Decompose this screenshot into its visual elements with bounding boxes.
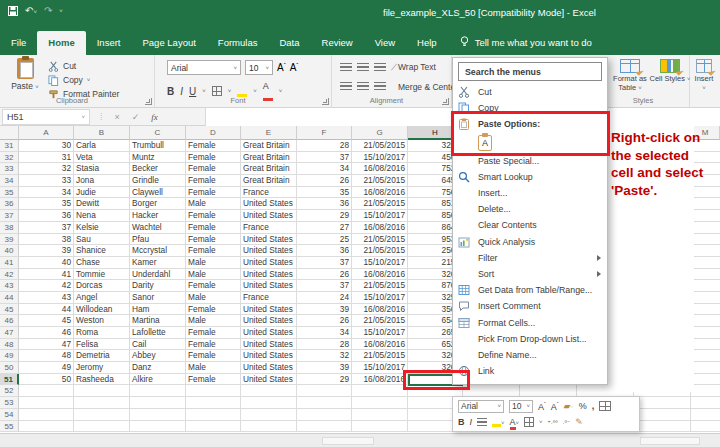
cell[interactable]: 42 (19, 280, 74, 292)
cell[interactable]: Weston (74, 315, 130, 327)
cell[interactable]: Female (186, 234, 241, 246)
menu-item[interactable]: Clear Contents (453, 217, 607, 233)
cell[interactable]: Demetria (74, 350, 130, 362)
menu-item[interactable]: Insert Comment (453, 298, 607, 314)
cell[interactable]: 29 (297, 374, 352, 386)
cell[interactable]: France (241, 222, 297, 234)
row-header[interactable]: 55 (0, 421, 19, 433)
italic-button[interactable]: I (180, 86, 183, 97)
menu-item[interactable]: Pick From Drop-down List... (453, 331, 607, 347)
cell[interactable]: 16/08/2016 (352, 163, 408, 175)
cell[interactable]: 21/05/2015 (352, 350, 408, 362)
cell[interactable]: 21/05/2015 (352, 198, 408, 210)
row-header[interactable]: 52 (0, 385, 19, 397)
cell[interactable]: Veta (74, 152, 130, 164)
cell[interactable] (691, 397, 720, 409)
cell[interactable]: United States (241, 210, 297, 222)
cell[interactable] (691, 409, 720, 421)
cell[interactable] (691, 339, 720, 351)
clipboard-dialog-launcher[interactable] (145, 98, 152, 105)
cell[interactable]: United States (241, 362, 297, 374)
cell[interactable] (297, 385, 352, 397)
cell[interactable]: 36 (297, 245, 352, 257)
align-top-icon[interactable] (340, 63, 352, 72)
insert-function-icon[interactable]: fx (151, 112, 158, 122)
cell[interactable]: Great Britain (241, 140, 297, 152)
menu-item[interactable]: Format Cells... (453, 314, 607, 330)
font-name-select[interactable]: Arial˅ (167, 60, 241, 75)
cell[interactable]: United States (241, 198, 297, 210)
cell[interactable] (74, 409, 130, 421)
cell[interactable]: 16/08/2016 (352, 374, 408, 386)
cell[interactable]: 44 (19, 304, 74, 316)
cell[interactable]: Borger (130, 198, 186, 210)
cell[interactable]: Sanor (130, 292, 186, 304)
cell[interactable]: 24 (297, 292, 352, 304)
cell[interactable]: 21/05/2015 (352, 175, 408, 187)
cell[interactable]: 35 (297, 187, 352, 199)
menu-item[interactable]: Filter (453, 250, 607, 266)
cell[interactable]: Abbey (130, 350, 186, 362)
cell[interactable]: Dorcas (74, 280, 130, 292)
cell[interactable] (352, 397, 408, 409)
cell[interactable]: 30 (19, 140, 74, 152)
cell[interactable] (297, 409, 352, 421)
cell[interactable]: 39 (297, 362, 352, 374)
cell[interactable]: 50 (19, 374, 74, 386)
cell[interactable] (241, 421, 297, 433)
menu-item[interactable]: Smart Lookup (453, 169, 607, 185)
row-header[interactable]: 39 (0, 234, 19, 246)
cell[interactable]: 32 (297, 350, 352, 362)
underline-button[interactable]: U (189, 86, 196, 97)
mini-percent-icon[interactable]: % (579, 401, 587, 411)
cell[interactable]: 15/10/2017 (352, 362, 408, 374)
mini-increase-font-icon[interactable]: Aˆ (538, 401, 546, 412)
cell[interactable]: 21/05/2015 (352, 315, 408, 327)
cell[interactable]: Claywell (130, 187, 186, 199)
cell[interactable]: Tommie (74, 269, 130, 281)
mini-font-name-select[interactable]: Arial˅ (458, 400, 504, 413)
cell[interactable] (691, 315, 720, 327)
cell[interactable] (352, 385, 408, 397)
ribbon-tab[interactable]: Insert (86, 31, 132, 55)
cell[interactable]: 46 (19, 327, 74, 339)
cell[interactable]: 15/10/2017 (352, 327, 408, 339)
cell[interactable] (19, 409, 74, 421)
cell[interactable] (241, 397, 297, 409)
cell[interactable] (241, 409, 297, 421)
cell[interactable]: 21/05/2015 (352, 245, 408, 257)
mini-comma-icon[interactable]: , (592, 401, 595, 411)
cell[interactable]: Great Britain (241, 152, 297, 164)
copy-button[interactable]: Copy ˅ (48, 73, 119, 87)
cell[interactable]: 43 (19, 292, 74, 304)
cell[interactable]: Male (186, 257, 241, 269)
cell[interactable] (186, 421, 241, 433)
row-header[interactable]: 47 (0, 327, 19, 339)
cell[interactable] (130, 409, 186, 421)
column-header[interactable]: C (130, 126, 186, 140)
cell[interactable]: Female (186, 339, 241, 351)
row-header[interactable]: 54 (0, 409, 19, 421)
mini-align-icon[interactable] (477, 418, 487, 426)
increase-font-icon[interactable]: Aˆ (277, 62, 286, 73)
name-box[interactable]: H51˅ (2, 109, 90, 125)
cell[interactable]: Grindle (130, 175, 186, 187)
cell[interactable]: Shanice (74, 245, 130, 257)
row-header[interactable]: 36 (0, 198, 19, 210)
cell[interactable] (691, 421, 720, 433)
align-right-icon[interactable] (374, 82, 386, 91)
redo-icon[interactable]: ↷ (44, 5, 52, 16)
tell-me-box[interactable]: Tell me what you want to do (460, 36, 592, 55)
cell[interactable]: Hacker (130, 210, 186, 222)
cell[interactable]: 15/10/2017 (352, 292, 408, 304)
cell[interactable]: Nena (74, 210, 130, 222)
row-header[interactable]: 35 (0, 187, 19, 199)
cell[interactable] (74, 421, 130, 433)
menu-item[interactable]: Quick Analysis (453, 234, 607, 250)
cell[interactable]: Female (186, 152, 241, 164)
cell[interactable]: Ham (130, 304, 186, 316)
cell[interactable]: Becker (130, 163, 186, 175)
cell[interactable] (186, 409, 241, 421)
cell[interactable]: 28 (297, 339, 352, 351)
cell[interactable]: 26 (297, 175, 352, 187)
